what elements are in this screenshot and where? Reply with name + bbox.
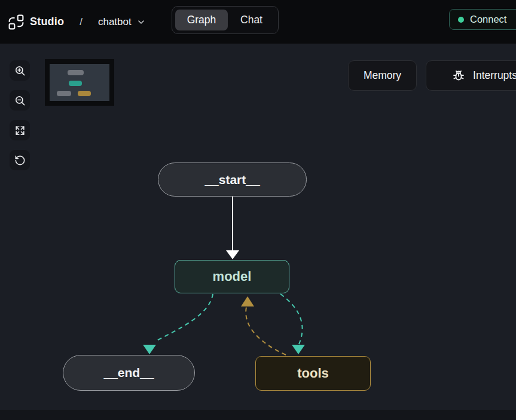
zoom-in-icon	[14, 65, 26, 76]
memory-button[interactable]: Memory	[348, 60, 417, 91]
node-start-label: __start__	[204, 173, 259, 187]
bug-icon	[451, 69, 466, 83]
connect-label: Connect	[470, 14, 506, 25]
node-tools-label: tools	[297, 366, 329, 381]
reset-view-icon	[14, 155, 26, 166]
node-end-label: __end__	[103, 366, 154, 380]
graph-canvas[interactable]: Memory Interrupts __start__ model __end_…	[0, 44, 516, 410]
node-model-label: model	[213, 269, 252, 284]
minimap-node-start	[68, 70, 84, 75]
bottom-bar	[0, 410, 516, 420]
app-title: Studio	[30, 16, 64, 28]
canvas-controls	[10, 60, 30, 180]
minimap-node-tools	[78, 91, 91, 96]
reset-view-button[interactable]	[10, 150, 30, 170]
project-selector[interactable]: chatbot	[98, 16, 146, 28]
connect-button[interactable]: Connect	[449, 9, 516, 30]
fit-view-button[interactable]	[10, 120, 30, 140]
zoom-out-icon	[14, 95, 26, 106]
fit-view-icon	[14, 125, 26, 136]
top-bar: Studio / chatbot Graph Chat Connect	[0, 0, 516, 44]
breadcrumb-separator: /	[80, 16, 83, 28]
studio-logo-icon	[8, 14, 24, 30]
node-model[interactable]: model	[175, 260, 289, 293]
node-tools[interactable]: tools	[255, 356, 371, 391]
minimap-node-model	[69, 81, 82, 86]
chevron-down-icon	[136, 17, 146, 27]
zoom-out-button[interactable]	[10, 90, 30, 111]
connection-status-dot	[458, 17, 464, 23]
tab-chat[interactable]: Chat	[228, 10, 275, 30]
memory-label: Memory	[364, 69, 401, 82]
minimap-node-end	[57, 91, 71, 96]
node-start[interactable]: __start__	[158, 163, 307, 197]
node-end[interactable]: __end__	[63, 355, 195, 391]
tab-graph[interactable]: Graph	[175, 10, 228, 30]
minimap-viewport	[50, 64, 109, 101]
breadcrumb: Studio / chatbot	[8, 0, 146, 44]
view-toggle: Graph Chat	[172, 6, 279, 34]
interrupts-label: Interrupts	[473, 69, 516, 82]
minimap[interactable]	[45, 59, 114, 106]
zoom-in-button[interactable]	[10, 60, 30, 81]
project-name: chatbot	[98, 16, 132, 28]
interrupts-button[interactable]: Interrupts	[426, 60, 516, 91]
